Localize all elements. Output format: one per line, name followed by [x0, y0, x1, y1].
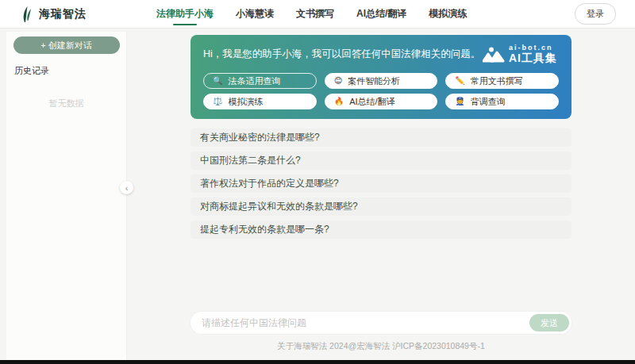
send-button[interactable]: 发送 — [529, 314, 569, 331]
pill-case-analysis[interactable]: 😊 案件智能分析 — [325, 73, 438, 89]
quick-action-pills: 🔍 法条适用查询 😊 案件智能分析 ✏️ 常用文书撰写 ⚖️ 模拟演练 — [190, 71, 572, 119]
suggested-question[interactable]: 有关商业秘密的法律是哪些? — [190, 128, 572, 147]
fire-icon: 🔥 — [334, 98, 344, 105]
officer-icon: 👮 — [455, 98, 464, 105]
suggested-question[interactable]: 对商标提起异议和无效的条款是哪些? — [190, 197, 572, 216]
nav-item-mock-practice[interactable]: 模拟演练 — [429, 0, 467, 29]
main-content: Hi，我是您的助手小海，我可以回答任何中国法律相关的问题。 ai-bot.cn … — [127, 29, 635, 360]
message-composer: 发送 — [190, 312, 572, 334]
brand[interactable]: 海瑞智法 — [19, 6, 87, 23]
smiley-icon: 😊 — [334, 77, 342, 85]
pill-ai-summary-translate[interactable]: 🔥 AI总结/翻译 — [325, 94, 438, 109]
nav-item-document-writing[interactable]: 文书撰写 — [296, 0, 334, 29]
ai-bot-watermark: ai-bot.cn AI工具集 — [483, 44, 557, 66]
watermark-name: AI工具集 — [509, 52, 557, 66]
nav-item-legal-assistant[interactable]: 法律助手小海 — [156, 0, 214, 29]
main-nav: 法律助手小海 小海慧读 文书撰写 AI总结/翻译 模拟演练 — [156, 0, 467, 29]
pencil-icon: ✏️ — [455, 77, 464, 85]
nav-item-ai-summary-translate[interactable]: AI总结/翻译 — [356, 0, 406, 29]
suggested-question[interactable]: 著作权法对于作品的定义是哪些? — [190, 174, 572, 193]
assistant-greeting: Hi，我是您的助手小海，我可以回答任何中国法律相关的问题。 — [203, 44, 480, 61]
suggested-questions: 有关商业秘密的法律是哪些? 中国刑法第二条是什么? 著作权法对于作品的定义是哪些… — [190, 128, 572, 243]
new-conversation-button[interactable]: + 创建新对话 — [13, 36, 120, 54]
history-label: 历史记录 — [14, 65, 126, 77]
welcome-banner: Hi，我是您的助手小海，我可以回答任何中国法律相关的问题。 ai-bot.cn … — [190, 35, 572, 119]
suggested-question[interactable]: 中国刑法第二条是什么? — [190, 151, 572, 170]
app-header: 海瑞智法 法律助手小海 小海慧读 文书撰写 AI总结/翻译 模拟演练 登录 — [0, 0, 635, 29]
footer-copyright: 关于海瑞智法 2024@宏海智法 沪ICP备2023010849号-1 — [190, 341, 572, 352]
sidebar: + 创建新对话 历史记录 暂无数据 ‹ — [6, 32, 127, 360]
pill-document-writing[interactable]: ✏️ 常用文书撰写 — [445, 73, 559, 89]
brand-leaf-icon — [19, 6, 33, 23]
pill-law-application-query[interactable]: 🔍 法条适用查询 — [203, 73, 317, 89]
chevron-left-icon: ‹ — [125, 183, 129, 193]
bottom-screen-edge — [0, 360, 635, 364]
question-input[interactable] — [190, 317, 529, 328]
pill-background-check[interactable]: 👮 背调查询 — [445, 94, 559, 109]
nav-item-smart-reading[interactable]: 小海慧读 — [236, 0, 274, 29]
watermark-domain: ai-bot.cn — [509, 44, 557, 52]
ai-bot-logo-icon — [483, 46, 505, 63]
brand-title: 海瑞智法 — [39, 7, 87, 21]
login-button[interactable]: 登录 — [575, 3, 616, 25]
pill-mock-practice[interactable]: ⚖️ 模拟演练 — [203, 94, 317, 109]
scales-icon: ⚖️ — [213, 98, 222, 105]
search-icon: 🔍 — [213, 77, 222, 85]
sidebar-collapse-button[interactable]: ‹ — [120, 181, 133, 194]
history-empty-text: 暂无数据 — [6, 98, 126, 109]
suggested-question[interactable]: 提起专利无效的条款是哪一条? — [190, 220, 572, 239]
